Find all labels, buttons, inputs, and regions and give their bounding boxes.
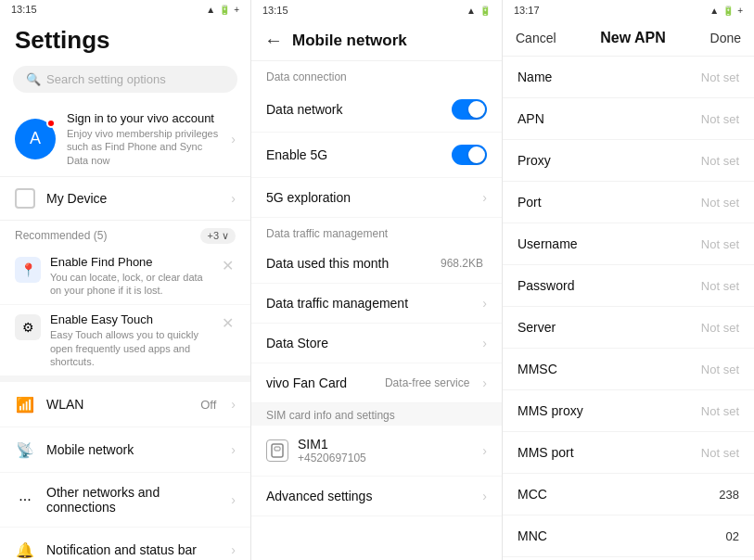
- apn-field-mmsc[interactable]: MMSC Not set: [503, 349, 754, 390]
- close-icon[interactable]: ✕: [220, 255, 236, 276]
- bell-icon: 🔔: [15, 540, 35, 560]
- dots-icon: ···: [15, 490, 35, 510]
- sim1-item[interactable]: SIM1 +4520697105 ›: [251, 426, 502, 477]
- mnc-label: MNC: [518, 528, 726, 543]
- search-placeholder: Search setting options: [46, 72, 166, 86]
- done-button[interactable]: Done: [710, 31, 741, 45]
- other-networks-label: Other networks and connections: [46, 485, 220, 515]
- sim-section-label: SIM card info and settings: [251, 403, 502, 426]
- apn-field-mms-port[interactable]: MMS port Not set: [503, 432, 754, 474]
- mmsc-label: MMSC: [518, 362, 701, 376]
- data-traffic-label: Data traffic management: [251, 218, 502, 244]
- server-value: Not set: [701, 321, 739, 335]
- signal-icon: ▲: [206, 5, 215, 15]
- signal-icon: 📡: [15, 439, 35, 460]
- chevron-icon: ›: [231, 442, 236, 457]
- chevron-icon: ›: [231, 492, 236, 507]
- server-label: Server: [518, 320, 701, 335]
- data-network-item[interactable]: Data network: [251, 87, 502, 133]
- battery-icon: 🔋: [722, 6, 734, 16]
- vivo-fan-card-item[interactable]: vivo Fan Card Data-free service ›: [251, 363, 502, 403]
- new-apn-title: New APN: [600, 30, 666, 46]
- easy-touch-icon: ⚙: [15, 314, 41, 340]
- notification-label: Notification and status bar: [46, 542, 220, 557]
- data-store-label: Data Store: [266, 336, 473, 350]
- proxy-label: Proxy: [518, 153, 701, 168]
- apn-value: Not set: [701, 112, 739, 126]
- enable-5g-toggle[interactable]: [452, 145, 487, 165]
- search-bar[interactable]: 🔍 Search setting options: [13, 66, 237, 93]
- page-title: Settings: [0, 19, 250, 60]
- data-connection-label: Data connection: [251, 61, 502, 87]
- sim-name: SIM1: [298, 437, 473, 452]
- settings-item-other-networks[interactable]: ··· Other networks and connections ›: [0, 473, 250, 528]
- rec-text: Enable Find Phone You can locate, lock, …: [50, 255, 211, 298]
- data-used-item: Data used this month 968.2KB: [251, 244, 502, 284]
- apn-header: Cancel New APN Done: [503, 20, 754, 57]
- data-store-item[interactable]: Data Store ›: [251, 324, 502, 363]
- data-used-label: Data used this month: [266, 256, 431, 271]
- signal-icon: ▲: [709, 6, 719, 16]
- mobile-header: ← Mobile network: [251, 20, 502, 61]
- mms-proxy-value: Not set: [701, 404, 739, 418]
- find-phone-icon: 📍: [15, 257, 41, 283]
- apn-field-mcc[interactable]: MCC 238: [503, 474, 754, 515]
- advanced-settings-item[interactable]: Advanced settings ›: [251, 477, 502, 516]
- apn-field-apn[interactable]: APN Not set: [503, 98, 754, 140]
- mobile-network-panel: 13:15 ▲ 🔋 ← Mobile network Data connecti…: [251, 0, 503, 560]
- proxy-value: Not set: [701, 154, 739, 168]
- mms-proxy-label: MMS proxy: [518, 403, 701, 418]
- apn-field-port[interactable]: Port Not set: [503, 182, 754, 223]
- close-icon[interactable]: ✕: [220, 312, 236, 334]
- apn-field-mnc[interactable]: MNC 02: [503, 515, 754, 557]
- rec-title: Enable Find Phone: [50, 255, 211, 269]
- vivo-fan-value: Data-free service: [385, 376, 469, 389]
- data-traffic-mgmt-item[interactable]: Data traffic management ›: [251, 284, 502, 324]
- rec-text: Enable Easy Touch Easy Touch allows you …: [50, 312, 211, 368]
- chevron-icon: ›: [231, 397, 236, 412]
- apn-field-password[interactable]: Password Not set: [503, 265, 754, 307]
- data-traffic-mgmt-label: Data traffic management: [266, 296, 473, 311]
- apn-field-mms-proxy[interactable]: MMS proxy Not set: [503, 390, 754, 432]
- status-icons-3: ▲ 🔋 +: [709, 6, 743, 16]
- password-label: Password: [518, 278, 701, 293]
- apn-fields-list: Name Not set APN Not set Proxy Not set P…: [503, 57, 754, 560]
- svg-rect-1: [275, 447, 280, 451]
- rec-item-find-phone[interactable]: 📍 Enable Find Phone You can locate, lock…: [0, 248, 250, 306]
- battery-icon: 🔋: [479, 6, 491, 16]
- apn-field-server[interactable]: Server Not set: [503, 307, 754, 349]
- mcc-value: 238: [719, 488, 739, 502]
- rec-item-easy-touch[interactable]: ⚙ Enable Easy Touch Easy Touch allows yo…: [0, 305, 250, 376]
- apn-field-proxy[interactable]: Proxy Not set: [503, 140, 754, 182]
- back-button[interactable]: ←: [264, 30, 283, 51]
- chevron-icon: ›: [231, 542, 236, 557]
- settings-item-wlan[interactable]: 📶 WLAN Off ›: [0, 382, 250, 427]
- cancel-button[interactable]: Cancel: [516, 31, 556, 45]
- settings-panel: 13:15 ▲ 🔋 + Settings 🔍 Search setting op…: [0, 0, 251, 560]
- time-3: 13:17: [514, 5, 540, 16]
- chevron-icon: ›: [482, 336, 487, 350]
- sim-number: +4520697105: [298, 452, 473, 465]
- account-sub: Enjoy vivo membership privileges such as…: [67, 127, 220, 167]
- device-checkbox-icon: [15, 188, 35, 209]
- settings-item-mobile-network[interactable]: 📡 Mobile network ›: [0, 427, 250, 473]
- new-apn-panel: 13:17 ▲ 🔋 + Cancel New APN Done Name Not…: [503, 0, 754, 560]
- port-value: Not set: [701, 196, 739, 210]
- port-label: Port: [518, 195, 701, 210]
- account-row[interactable]: A Sign in to your vivo account Enjoy viv…: [0, 102, 250, 177]
- wlan-value: Off: [200, 398, 216, 412]
- 5g-exploration-item[interactable]: 5G exploration ›: [251, 178, 502, 218]
- sim-card-icon: [266, 439, 288, 462]
- settings-item-notification[interactable]: 🔔 Notification and status bar ›: [0, 528, 250, 560]
- my-device-row[interactable]: My Device ›: [0, 177, 250, 221]
- enable-5g-item[interactable]: Enable 5G: [251, 133, 502, 178]
- status-icons-1: ▲ 🔋 +: [206, 5, 239, 15]
- data-network-toggle[interactable]: [452, 99, 487, 120]
- chevron-icon: ›: [482, 190, 487, 205]
- time-1: 13:15: [11, 4, 37, 15]
- apn-field-username[interactable]: Username Not set: [503, 223, 754, 265]
- settings-section: 📶 WLAN Off › 📡 Mobile network › ··· Othe…: [0, 376, 250, 560]
- wifi-icon: 📶: [15, 394, 35, 414]
- chevron-icon: ›: [482, 296, 487, 311]
- apn-field-name[interactable]: Name Not set: [503, 57, 754, 98]
